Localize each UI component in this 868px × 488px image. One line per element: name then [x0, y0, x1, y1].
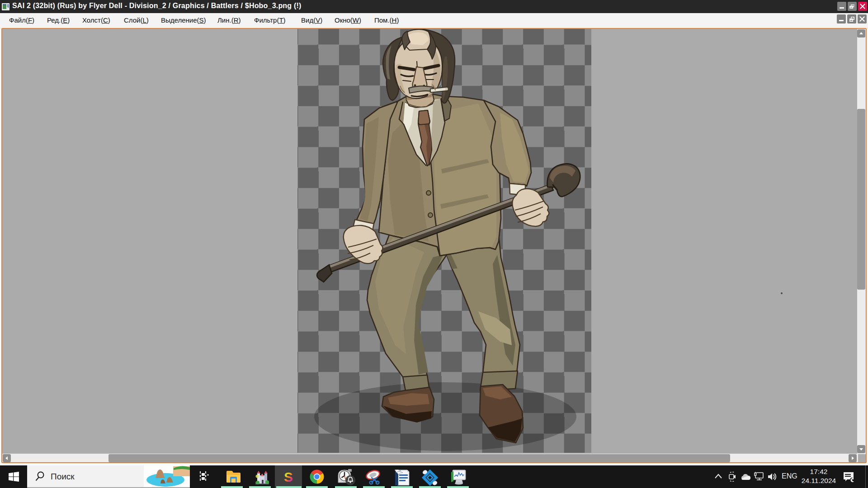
- svg-text:S: S: [284, 470, 293, 484]
